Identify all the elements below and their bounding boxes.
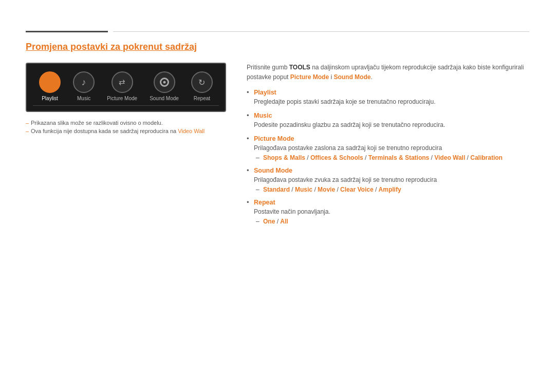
- top-rules: [26, 31, 529, 32]
- note-2-link: Video Wall: [178, 128, 205, 134]
- bullet-music: Music Podesite pozadinsku glazbu za sadr…: [247, 111, 529, 129]
- rule-short: [26, 31, 108, 32]
- clear-voice: Clear Voice: [340, 186, 373, 193]
- sep1: /: [305, 154, 310, 161]
- movie: Movie: [318, 186, 335, 193]
- picture-sub-list: Shops & Malls / Offices & Schools / Term…: [254, 154, 529, 161]
- bullet-playlist: Playlist Pregledajte popis stavki sadrža…: [247, 88, 529, 106]
- sep6: /: [312, 186, 318, 193]
- note-item-1: Prikazana slika može se razlikovati ovis…: [26, 120, 226, 126]
- page-title: Promjena postavki za pokrenut sadržaj: [26, 42, 529, 52]
- bullet-desc-sound: Prilagođava postavke zvuka za sadržaj ko…: [254, 175, 529, 184]
- sep2: /: [363, 154, 368, 161]
- intro-before: Pritisnite gumb: [247, 64, 289, 71]
- repeat-icon: ↻: [198, 78, 205, 87]
- shops-malls: Shops & Malls: [263, 154, 305, 161]
- repeat-sub-list: One / All: [254, 218, 529, 225]
- note-item-2: Ova funkcija nije dostupna kada se sadrž…: [26, 128, 226, 134]
- repeat-label: Repeat: [194, 96, 210, 101]
- music-opt: Music: [295, 186, 312, 193]
- play-icon: [46, 80, 54, 85]
- player-icons: Playlist ♪ Music ⇄ Picture M: [33, 71, 219, 101]
- one: One: [263, 218, 275, 225]
- terminals-stations: Terminals & Stations: [368, 154, 429, 161]
- picture-icon-circle: ⇄: [112, 71, 133, 93]
- bullet-list: Playlist Pregledajte popis stavki sadrža…: [247, 88, 529, 225]
- calibration: Calibration: [470, 154, 503, 161]
- video-wall: Video Wall: [434, 154, 465, 161]
- sep9: /: [275, 218, 280, 225]
- bullet-picture-mode: Picture Mode Prilagođava postavke zaslon…: [247, 135, 529, 161]
- tools-bold: TOOLS: [289, 64, 310, 71]
- picture-mode-link: Picture Mode: [290, 73, 329, 81]
- sound-sub-list: Standard / Music / Movie / Clear Voice /…: [254, 186, 529, 193]
- rule-long: [113, 31, 529, 32]
- music-icon: ♪: [82, 77, 86, 88]
- player-icon-repeat: ↻ Repeat: [191, 71, 213, 101]
- sound-sub-item: Standard / Music / Movie / Clear Voice /…: [254, 186, 529, 193]
- left-column: Playlist ♪ Music ⇄ Picture M: [26, 63, 226, 136]
- bullet-repeat: Repeat Postavite način ponavljanja. One …: [247, 198, 529, 225]
- picture-mode-icon: ⇄: [119, 78, 125, 87]
- player-divider: [33, 105, 219, 106]
- picture-sub-item: Shops & Malls / Offices & Schools / Term…: [254, 154, 529, 161]
- sep3: /: [429, 154, 434, 161]
- sep8: /: [374, 186, 379, 193]
- music-icon-circle: ♪: [73, 71, 95, 93]
- player-box: Playlist ♪ Music ⇄ Picture M: [26, 63, 226, 112]
- repeat-icon-circle: ↻: [191, 71, 213, 93]
- sound-mode-icon: [160, 78, 169, 87]
- page-container: Promjena postavki za pokrenut sadržaj Pl…: [0, 0, 555, 251]
- player-icon-playlist: Playlist: [39, 71, 61, 101]
- picture-mode-label: Picture Mode: [107, 96, 137, 101]
- note-1-text: Prikazana slika može se razlikovati ovis…: [31, 120, 163, 126]
- note-2-text-before: Ova funkcija nije dostupna kada se sadrž…: [31, 128, 178, 134]
- intro-end: .: [371, 73, 372, 81]
- all: All: [280, 218, 288, 225]
- player-icon-sound: Sound Mode: [150, 71, 179, 101]
- content-columns: Playlist ♪ Music ⇄ Picture M: [26, 63, 529, 230]
- sound-mode-label: Sound Mode: [150, 96, 179, 101]
- amplify: Amplify: [379, 186, 401, 193]
- player-icon-picture: ⇄ Picture Mode: [107, 71, 137, 101]
- intro-text: Pritisnite gumb TOOLS na daljinskom upra…: [247, 63, 529, 82]
- bullet-desc-music: Podesite pozadinsku glazbu za sadržaj ko…: [254, 120, 529, 129]
- bullet-sound-mode: Sound Mode Prilagođava postavke zvuka za…: [247, 166, 529, 193]
- playlist-label: Playlist: [42, 96, 58, 101]
- offices-schools: Offices & Schools: [310, 154, 363, 161]
- sep7: /: [335, 186, 340, 193]
- bullet-heading-sound: Sound Mode: [254, 167, 292, 174]
- bullet-heading-music: Music: [254, 112, 272, 119]
- right-column: Pritisnite gumb TOOLS na daljinskom upra…: [247, 63, 529, 230]
- sep4: /: [465, 154, 470, 161]
- notes-section: Prikazana slika može se razlikovati ovis…: [26, 120, 226, 134]
- bullet-desc-repeat: Postavite način ponavljanja.: [254, 207, 529, 216]
- standard: Standard: [263, 186, 290, 193]
- bullet-heading-picture: Picture Mode: [254, 135, 294, 142]
- playlist-icon-circle: [39, 71, 61, 93]
- sep5: /: [290, 186, 295, 193]
- music-label: Music: [77, 96, 90, 101]
- bullet-desc-picture: Prilagođava postavke zaslona za sadržaj …: [254, 143, 529, 153]
- player-icon-music: ♪ Music: [73, 71, 95, 101]
- repeat-sub-item: One / All: [254, 218, 529, 225]
- sound-mode-link: Sound Mode: [334, 73, 371, 81]
- sound-icon-circle: [154, 71, 175, 93]
- bullet-heading-repeat: Repeat: [254, 199, 275, 206]
- bullet-desc-playlist: Pregledajte popis stavki sadržaja koje s…: [254, 97, 529, 106]
- bullet-heading-playlist: Playlist: [254, 89, 276, 96]
